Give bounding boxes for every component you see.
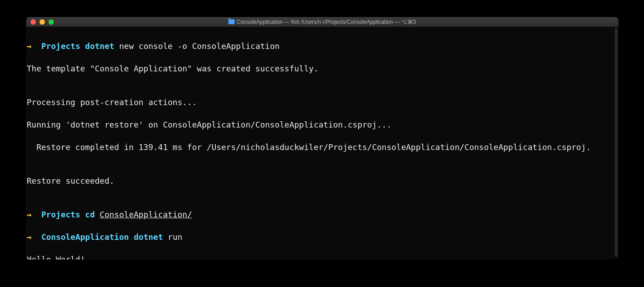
output-line: Hello World! — [27, 254, 618, 260]
title-bar[interactable]: ConsoleApplication — fish /Users/n r/Pro… — [26, 17, 618, 27]
output-line: Running 'dotnet restore' on ConsoleAppli… — [27, 119, 618, 130]
prompt-arrow: → — [27, 41, 32, 51]
command-main: dotnet — [134, 232, 163, 242]
terminal-window: ConsoleApplication — fish /Users/n r/Pro… — [26, 17, 618, 260]
folder-icon — [228, 19, 234, 24]
terminal-body[interactable]: → Projects dotnet new console -o Console… — [26, 27, 618, 260]
prompt-dir: ConsoleApplication — [41, 232, 129, 242]
output-line: Restore succeeded. — [27, 175, 618, 186]
prompt-arrow: → — [27, 232, 32, 242]
command-main: cd — [85, 210, 95, 219]
command-main: dotnet — [85, 41, 114, 51]
close-button[interactable] — [31, 19, 36, 25]
command-args: ConsoleApplication/ — [100, 210, 192, 219]
prompt-line: → Projects cd ConsoleApplication/ — [27, 209, 618, 220]
command-args: new console -o ConsoleApplication — [119, 41, 280, 51]
window-title: ConsoleApplication — fish /Users/n r/Pro… — [228, 19, 416, 25]
output-line: Restore completed in 139.41 ms for /User… — [27, 141, 618, 153]
minimize-button[interactable] — [39, 19, 45, 25]
output-line: Processing post-creation actions... — [27, 97, 618, 108]
command-args: run — [168, 232, 183, 242]
prompt-arrow: → — [27, 210, 32, 219]
prompt-line: → ConsoleApplication dotnet run — [27, 231, 618, 243]
output-line: The template "Console Application" was c… — [27, 63, 618, 74]
scrollbar[interactable] — [615, 28, 618, 257]
prompt-line: → Projects dotnet new console -o Console… — [27, 40, 618, 52]
window-title-text: ConsoleApplication — fish /Users/n r/Pro… — [237, 19, 416, 25]
prompt-dir: Projects — [41, 41, 80, 51]
traffic-lights — [26, 19, 54, 25]
prompt-dir: Projects — [41, 210, 80, 219]
maximize-button[interactable] — [48, 19, 54, 25]
